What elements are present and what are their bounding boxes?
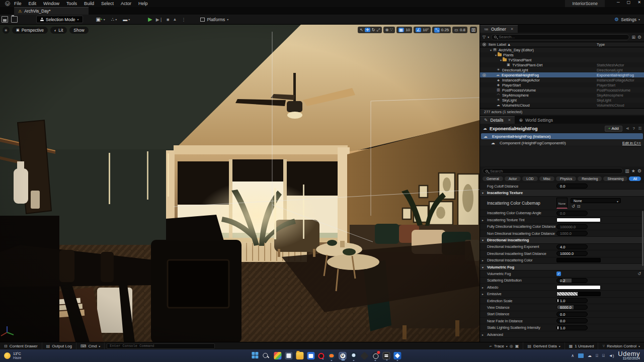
fog-cutoff-distance-input[interactable]: 0.0: [556, 184, 588, 189]
weather-widget[interactable]: 13°C Haze: [4, 352, 21, 360]
blueprints-icon[interactable]: ∴: [111, 17, 114, 22]
close-icon[interactable]: ✕: [508, 118, 511, 122]
close-icon[interactable]: ✕: [511, 27, 514, 31]
asset-thumbnail[interactable]: None: [556, 198, 568, 209]
volume-icon[interactable]: ◄): [609, 353, 614, 358]
filter-general[interactable]: General: [482, 176, 503, 181]
eye-icon[interactable]: [482, 73, 486, 77]
unity-icon[interactable]: [360, 351, 369, 360]
menu-actor[interactable]: Actor: [121, 1, 131, 6]
cinematics-icon[interactable]: ▬: [123, 17, 127, 22]
outliner-row-actor[interactable]: ☁ VolumetricCloud VolumetricCloud: [480, 103, 644, 108]
outliner-row-actor[interactable]: ☀ DirectionalLight DirectionalLight: [480, 67, 644, 72]
stop-button[interactable]: ■: [167, 17, 169, 22]
filter-streaming[interactable]: Streaming: [603, 176, 627, 181]
epic-games-icon[interactable]: [382, 352, 390, 359]
browse-icon[interactable]: ⊡: [577, 204, 583, 209]
unsaved-button[interactable]: ▦ 1 Unsaved: [565, 342, 599, 349]
section-directional-inscattering[interactable]: ▾Directional Inscattering: [480, 237, 644, 243]
outliner-searchbox[interactable]: [491, 34, 629, 40]
item-label-column[interactable]: Item Label ▲: [489, 42, 511, 47]
visibility-column-icon[interactable]: [482, 43, 486, 46]
outliner-row-folder[interactable]: ▾ TVStandPlant: [480, 57, 644, 62]
level-tab[interactable]: ⚠ ArchVis_Day*: [14, 7, 89, 15]
platforms-dropdown[interactable]: Platforms ▾: [200, 17, 228, 22]
world-space-icon[interactable]: ⊕: [385, 28, 389, 32]
content-browser-icon[interactable]: [11, 16, 18, 23]
menu-build[interactable]: Build: [84, 1, 94, 6]
filter-physics[interactable]: Physics: [556, 176, 576, 181]
blender-icon[interactable]: [328, 352, 335, 359]
cast-icon[interactable]: ⌸: [602, 353, 605, 358]
insights-icon[interactable]: ◎: [510, 344, 513, 348]
unreal-engine-icon[interactable]: U: [339, 352, 346, 359]
trace-dropdown[interactable]: ⌐ Trace▾ ◎ ▣: [486, 342, 523, 349]
select-tool-icon[interactable]: ↖: [360, 28, 363, 32]
save-icon[interactable]: [2, 16, 8, 23]
scale-tool-icon[interactable]: ⤢: [376, 28, 379, 33]
filter-all[interactable]: All: [629, 176, 641, 181]
new-folder-icon[interactable]: ⊞: [631, 35, 635, 40]
tray-app-icon[interactable]: [578, 353, 584, 358]
revision-control-dropdown[interactable]: ⑂ Revision Control▾: [598, 342, 644, 349]
outliner-row-folder[interactable]: ▾ Plants: [480, 52, 644, 57]
help-icon[interactable]: ?: [632, 126, 634, 131]
outliner-row-actor[interactable]: ▥ PostProcessVolume PostProcessVolume: [480, 87, 644, 93]
camera-speed-value[interactable]: 0.8: [460, 28, 465, 32]
eject-button[interactable]: ▲: [173, 17, 177, 22]
type-column[interactable]: Type: [597, 42, 605, 47]
onedrive-icon[interactable]: ☁: [588, 353, 592, 358]
outliner-search-input[interactable]: [499, 35, 626, 39]
search-button[interactable]: [263, 352, 270, 359]
start-button[interactable]: [252, 352, 259, 359]
microphone-icon[interactable]: ⍗: [596, 353, 598, 358]
view-distance-slider[interactable]: 6000.0: [556, 305, 588, 310]
reset-to-default-icon[interactable]: ↺: [637, 272, 641, 276]
move-tool-icon[interactable]: ✛: [365, 28, 370, 32]
outliner-row-actor[interactable]: ◈ PlayerStart PlayerStart: [480, 82, 644, 87]
content-drawer-button[interactable]: ⊟ Content Drawer: [0, 342, 42, 349]
menu-edit[interactable]: Edit: [29, 1, 37, 6]
menu-file[interactable]: File: [14, 1, 22, 6]
rotation-snap-value[interactable]: 10°: [423, 28, 429, 32]
extinction-scale-input[interactable]: 1.0: [556, 298, 588, 303]
details-searchbox[interactable]: [482, 168, 623, 174]
close-button[interactable]: ✕: [637, 0, 641, 5]
details-search-input[interactable]: [490, 169, 620, 173]
cmd-dropdown[interactable]: ⌨ Cmd▾: [76, 342, 105, 349]
photos-icon[interactable]: [393, 352, 401, 359]
console-command-box[interactable]: [107, 343, 215, 349]
use-selected-icon[interactable]: ↺: [572, 204, 577, 209]
emissive-swatch[interactable]: [556, 292, 601, 296]
filter-actor[interactable]: Actor: [505, 176, 521, 181]
perspective-dropdown[interactable]: ▣ Perspective: [12, 27, 48, 34]
scale-snap-icon[interactable]: ⤡: [434, 28, 439, 33]
details-settings-icon[interactable]: ⚙: [637, 168, 641, 173]
share-icon[interactable]: ⋖: [626, 126, 629, 131]
tray-chevron-icon[interactable]: ∧: [571, 353, 574, 358]
menu-help[interactable]: Help: [138, 1, 148, 6]
rotation-snap-icon[interactable]: ∠: [416, 28, 421, 32]
minimize-button[interactable]: ─: [617, 0, 620, 5]
near-fade-in-distance-input[interactable]: 0.0: [556, 318, 588, 323]
play-button[interactable]: ▶: [148, 16, 152, 23]
outliner-row-actor[interactable]: ♣ InstancedFoliageActor InstancedFoliage…: [480, 77, 644, 82]
outliner-row-actor[interactable]: ☀ SkyLight SkyLight: [480, 98, 644, 103]
scale-snap-value[interactable]: 0.25: [441, 28, 449, 32]
start-distance-input[interactable]: 0.0: [556, 312, 588, 317]
inscattering-exponent-input[interactable]: 4.0: [556, 244, 588, 249]
inscattering-start-distance-input[interactable]: 10000.0: [556, 251, 588, 256]
tab-details[interactable]: ✎ Details ✕: [480, 116, 515, 124]
filter-rendering[interactable]: Rendering: [578, 176, 602, 181]
surface-snap-icon[interactable]: ∵: [390, 28, 392, 32]
rotate-tool-icon[interactable]: ↻: [372, 28, 375, 32]
add-component-button[interactable]: +Add: [605, 126, 622, 132]
outliner-row-actor[interactable]: ▣ TVStandPlant-Dirt StaticMeshActor: [480, 62, 644, 67]
static-lighting-intensity-input[interactable]: 1.0: [556, 325, 588, 330]
console-command-input[interactable]: [110, 344, 212, 348]
grid-snap-value[interactable]: 10: [406, 28, 410, 32]
cubemap-angle-input[interactable]: 0.0: [556, 211, 588, 216]
cubemap-dropdown[interactable]: None▾: [571, 198, 621, 203]
menu-select[interactable]: Select: [101, 1, 114, 6]
filter-misc[interactable]: Misc: [539, 176, 554, 181]
